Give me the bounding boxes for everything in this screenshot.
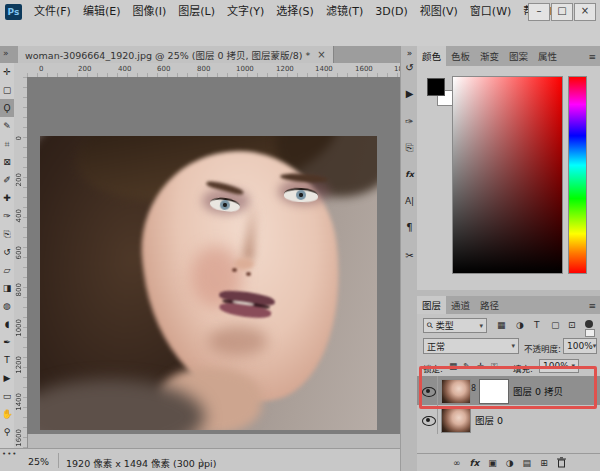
delete-layer-icon[interactable] — [557, 457, 566, 468]
hue-slider[interactable] — [568, 76, 587, 274]
marquee-tool[interactable]: ▢ — [0, 81, 14, 99]
tab-gradients[interactable]: 渐变 — [475, 46, 504, 66]
tab-color[interactable]: 颜色 — [417, 46, 446, 66]
menu-view[interactable]: 视图(V) — [414, 0, 464, 24]
new-group-icon[interactable]: ▤ — [523, 458, 532, 468]
spot-healing-tool[interactable]: ✚ — [0, 189, 14, 207]
actions-panel-icon[interactable]: ▶ — [401, 88, 418, 99]
tab-patterns[interactable]: 图案 — [504, 46, 533, 66]
foreground-color-swatch[interactable] — [427, 78, 445, 96]
quick-selection-tool[interactable]: ✎ — [0, 117, 14, 135]
panel-menu-icon[interactable]: ≡ — [588, 52, 596, 62]
new-layer-icon[interactable]: ⊞ — [540, 458, 548, 468]
layer-mask-thumbnail[interactable] — [479, 379, 509, 404]
saturation-brightness-picker[interactable] — [452, 76, 563, 274]
panel-menu-icon[interactable]: ≡ — [588, 301, 596, 311]
blend-mode-dropdown[interactable]: 正常 ▾ — [423, 338, 519, 354]
lock-transparent-icon[interactable]: ▦ — [449, 361, 457, 371]
layer-visibility-eye-icon[interactable] — [422, 387, 436, 397]
expand-dock-chevrons-icon[interactable]: » — [401, 48, 418, 58]
close-button[interactable]: × — [574, 3, 596, 21]
menu-file[interactable]: 文件(F) — [28, 0, 77, 24]
filter-shape-layers-icon[interactable]: ▢ — [551, 320, 560, 330]
gradient-tool[interactable]: ◨ — [0, 279, 14, 297]
menu-image[interactable]: 图像(I) — [126, 0, 172, 24]
fill-value: 100% — [543, 361, 569, 371]
mask-link-icon[interactable]: 8 — [471, 384, 476, 393]
frame-tool[interactable]: ⊠ — [0, 153, 14, 171]
layer-name[interactable]: 图层 0 — [475, 413, 503, 427]
horizontal-ruler[interactable]: 0 200 400 600 800 1000 1200 1400 1600 18… — [27, 63, 400, 78]
history-brush-tool[interactable]: ↺ — [0, 243, 14, 261]
menu-filter[interactable]: 滤镜(T) — [320, 0, 369, 24]
pasteboard[interactable] — [27, 77, 400, 434]
layer-visibility-eye-icon[interactable] — [422, 416, 436, 426]
lasso-tool[interactable]: Ϙ — [0, 99, 14, 117]
pen-tool[interactable]: ✒ — [0, 333, 14, 351]
shape-tool[interactable]: ▭ — [0, 387, 14, 405]
add-layer-mask-icon[interactable]: ▣ — [488, 458, 497, 468]
filter-type-layers-icon[interactable]: T — [534, 320, 540, 330]
lock-all-icon[interactable]: ⚿ — [491, 361, 497, 372]
menu-window[interactable]: 窗口(W) — [464, 0, 517, 24]
close-tab-icon[interactable]: × — [317, 49, 325, 60]
tab-paths[interactable]: 路径 — [475, 296, 504, 314]
photo-canvas[interactable] — [40, 136, 377, 430]
brush-settings-panel-icon[interactable]: ✑ — [401, 116, 418, 127]
zoom-tool[interactable]: ⚲ — [0, 423, 14, 441]
move-tool[interactable]: ✛ — [0, 63, 14, 81]
layer-style-icon[interactable]: fx — [470, 458, 480, 468]
vertical-ruler[interactable]: 0 200 400 600 800 1000 1200 1400 1600 — [14, 77, 28, 448]
clone-stamp-tool[interactable]: ⎘ — [0, 225, 14, 243]
filter-smart-objects-icon[interactable]: ⊡ — [568, 320, 576, 330]
dodge-tool[interactable]: ◖ — [0, 315, 14, 333]
tab-properties[interactable]: 属性 — [533, 46, 562, 66]
brush-tool[interactable]: ✑ — [0, 207, 14, 225]
menu-edit[interactable]: 编辑(E) — [77, 0, 127, 24]
layer-thumbnail[interactable] — [441, 408, 471, 433]
history-panel-icon[interactable]: ↺ — [401, 62, 418, 73]
tools-panel: ✛ ▢ Ϙ ✎ ⌗ ⊠ ✐ ✚ ✑ ⎘ ↺ ▱ ◨ ◍ ◖ ✒ T ▶ ▭ ✋ … — [0, 63, 15, 448]
paragraph-panel-icon[interactable]: ¶ — [401, 222, 418, 233]
menu-3d[interactable]: 3D(D) — [369, 0, 414, 24]
layer-row-copy[interactable]: 8 图层 0 拷贝 — [417, 376, 600, 405]
new-adjustment-layer-icon[interactable]: ◑ — [506, 458, 514, 468]
layer-filter-dropdown[interactable]: ⚲ 类型 ▾ — [423, 318, 487, 333]
eraser-tool[interactable]: ▱ — [0, 261, 14, 279]
tab-layers[interactable]: 图层 — [417, 296, 446, 314]
layer-thumbnail[interactable] — [441, 379, 471, 404]
toolbar-overflow-icon[interactable]: ••• — [2, 450, 17, 458]
crop-tool[interactable]: ⌗ — [0, 135, 14, 153]
clone-source-panel-icon[interactable]: ⎘ — [401, 142, 418, 154]
tab-swatches[interactable]: 色板 — [446, 46, 475, 66]
zoom-level-field[interactable]: 25% — [28, 456, 49, 467]
filter-toggle-icon[interactable] — [585, 320, 593, 328]
opacity-dropdown[interactable]: 100% ▾ — [563, 338, 597, 354]
menu-type[interactable]: 文字(Y) — [221, 0, 270, 24]
layer-row-background[interactable]: 图层 0 — [417, 405, 600, 434]
maximize-button[interactable]: □ — [551, 3, 573, 21]
link-layers-icon[interactable]: ∞ — [453, 458, 461, 468]
type-tool[interactable]: T — [0, 351, 14, 369]
path-selection-tool[interactable]: ▶ — [0, 369, 14, 387]
menu-layer[interactable]: 图层(L) — [172, 0, 221, 24]
status-chevron-icon[interactable]: 〉 — [200, 456, 209, 469]
tab-channels[interactable]: 通道 — [446, 296, 475, 314]
eyedropper-tool[interactable]: ✐ — [0, 171, 14, 189]
hand-tool[interactable]: ✋ — [0, 405, 14, 423]
lock-image-icon[interactable]: ✎ — [463, 361, 470, 371]
blur-tool[interactable]: ◍ — [0, 297, 14, 315]
styles-panel-icon[interactable]: fx — [401, 170, 418, 179]
layer-name[interactable]: 图层 0 拷贝 — [513, 384, 563, 398]
fill-dropdown[interactable]: 100% ▾ — [539, 359, 579, 373]
lock-position-icon[interactable]: ✛ — [477, 361, 484, 371]
tool-presets-panel-icon[interactable]: ✂ — [401, 250, 418, 261]
document-tab[interactable]: woman-3096664_1920.jpg @ 25% (图层 0 拷贝, 图… — [18, 46, 334, 63]
minimize-button[interactable]: – — [528, 3, 550, 21]
character-panel-icon[interactable]: A| — [401, 196, 418, 206]
ruler-corner[interactable] — [14, 63, 28, 78]
menu-select[interactable]: 选择(S) — [270, 0, 320, 24]
filter-pixel-layers-icon[interactable]: ▦ — [497, 320, 506, 330]
filter-adjustment-layers-icon[interactable]: ◑ — [516, 320, 524, 330]
collapse-chevrons-icon[interactable]: » — [3, 48, 9, 58]
